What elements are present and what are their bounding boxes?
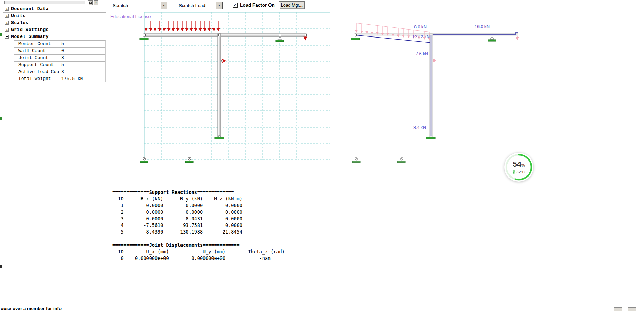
badge-temperature-value: 32°C bbox=[516, 170, 525, 174]
result-view: 8.0 kN 122.2 kN 16.0 kN 7.6 kN 8.4 kN bbox=[351, 23, 518, 163]
roller-support-result[interactable] bbox=[488, 36, 496, 41]
load-factor-label[interactable]: Load Factor On bbox=[240, 2, 275, 8]
output-panel[interactable]: =============Support Reactions==========… bbox=[106, 187, 644, 260]
expand-icon[interactable]: + bbox=[5, 7, 9, 11]
license-watermark: Educational License bbox=[110, 14, 151, 19]
summary-label: Active Load Cou bbox=[14, 69, 61, 74]
restore-icon bbox=[89, 2, 92, 4]
model-summary-table: Member Count 5 Wall Count 0 Joint Count … bbox=[14, 40, 106, 82]
summary-label: Total Weight bbox=[14, 76, 61, 81]
tree-item-label: Grid Settings bbox=[11, 27, 49, 32]
statusbar-hint: ouse over a member for info bbox=[1, 306, 62, 311]
column-member[interactable] bbox=[218, 34, 221, 137]
load-factor-checkbox[interactable]: ✓ bbox=[233, 3, 238, 8]
dock-strip bbox=[0, 0, 3, 311]
properties-panel: × + Document Data + Units + Scales + Gri… bbox=[3, 0, 106, 311]
tree-item-model-summary[interactable]: − Model Summary bbox=[3, 33, 106, 40]
distributed-load[interactable] bbox=[145, 21, 220, 31]
roller-support[interactable] bbox=[276, 37, 284, 42]
expand-icon[interactable]: + bbox=[5, 14, 9, 18]
model-view bbox=[140, 21, 307, 163]
scrollbar-button[interactable] bbox=[614, 307, 622, 311]
tree-item-grid-settings[interactable]: + Grid Settings bbox=[3, 26, 106, 33]
beam-member[interactable] bbox=[144, 34, 306, 37]
support-reaction-row: 1 0.0000 0.0000 0.0000 bbox=[112, 202, 644, 209]
force-label-8kn: 8.0 kN bbox=[414, 25, 427, 30]
summary-row-joint-count: Joint Count 8 bbox=[14, 55, 105, 62]
summary-value: 3 bbox=[61, 69, 64, 74]
support-reactions-columns: ID R_x (kN) R_y (kN) M_z (kN-m) bbox=[112, 196, 644, 202]
badge-percent-value: 54 bbox=[513, 160, 521, 169]
model-canvas[interactable]: 8.0 kN 122.2 kN 16.0 kN 7.6 kN 8.4 kN bbox=[106, 10, 644, 187]
badge-temperature: 32°C bbox=[504, 170, 533, 174]
joint-displacements-columns: ID U_x (mm) U_y (mm) Theta_z (rad) bbox=[112, 248, 644, 255]
tree-item-scales[interactable]: + Scales bbox=[3, 19, 106, 26]
tree-item-label: Scales bbox=[11, 20, 29, 25]
settings-tree: + Document Data + Units + Scales + Grid … bbox=[3, 6, 106, 40]
fixed-support-result[interactable] bbox=[426, 137, 435, 139]
force-labels: 8.0 kN 122.2 kN 16.0 kN 7.6 kN 8.4 kN bbox=[412, 24, 490, 130]
dock-marker-icon bbox=[0, 117, 2, 120]
orphan-support-result-1[interactable] bbox=[352, 157, 360, 163]
load-pattern-value: Scratch Load bbox=[177, 2, 216, 9]
summary-label: Member Count bbox=[14, 41, 61, 47]
summary-value: 5 bbox=[61, 62, 64, 67]
chevron-down-icon[interactable]: ▼ bbox=[216, 2, 222, 9]
blank-line bbox=[112, 235, 644, 242]
load-pattern-combo[interactable]: Scratch Load ▼ bbox=[177, 2, 223, 9]
summary-value: 0 bbox=[61, 48, 64, 54]
summary-row-wall-count: Wall Count 0 bbox=[14, 48, 105, 55]
expand-icon[interactable]: + bbox=[5, 28, 9, 32]
dock-marker-icon bbox=[0, 33, 2, 36]
expand-icon[interactable]: + bbox=[5, 21, 9, 25]
joint-displacement-row: 0 0.000000e+00 0.000000e+00 -nan bbox=[112, 255, 644, 260]
force-label-7-6kn: 7.6 kN bbox=[416, 51, 428, 56]
badge-percent-symbol: % bbox=[521, 163, 525, 168]
result-frame[interactable] bbox=[355, 34, 518, 137]
force-diagram bbox=[355, 32, 518, 136]
summary-row-support-count: Support Count 5 bbox=[14, 62, 105, 68]
tree-item-label: Units bbox=[11, 13, 26, 18]
load-case-combo[interactable]: Scratch ▼ bbox=[111, 2, 167, 9]
restore-panel-button[interactable] bbox=[88, 0, 93, 5]
fixed-support[interactable] bbox=[215, 137, 224, 139]
panel-scrollbar[interactable] bbox=[4, 1, 86, 4]
orphan-support-1[interactable] bbox=[140, 157, 148, 163]
orphan-support-result-2[interactable] bbox=[397, 157, 405, 163]
close-panel-button[interactable]: × bbox=[94, 0, 98, 5]
support-reactions-header: =============Support Reactions==========… bbox=[112, 189, 644, 196]
tree-item-label: Document Data bbox=[11, 6, 49, 11]
collapse-icon[interactable]: − bbox=[5, 35, 9, 39]
support-reaction-row: 5 -8.4390 130.1988 21.8454 bbox=[112, 229, 644, 235]
summary-value: 175.5 kN bbox=[61, 76, 83, 81]
load-case-value: Scratch bbox=[111, 2, 161, 9]
summary-label: Joint Count bbox=[14, 55, 61, 60]
scrollbar-button[interactable] bbox=[628, 307, 636, 311]
top-toolbar: Scratch ▼ Scratch Load ▼ ✓ Load Factor O… bbox=[106, 0, 644, 10]
chevron-down-icon[interactable]: ▼ bbox=[161, 2, 167, 9]
load-manager-button[interactable]: Load Mgr... bbox=[279, 1, 305, 9]
dock-marker-icon bbox=[0, 265, 2, 268]
summary-row-member-count: Member Count 5 bbox=[14, 41, 105, 48]
tree-item-document-data[interactable]: + Document Data bbox=[3, 6, 106, 13]
result-point-loads bbox=[433, 36, 517, 60]
force-label-16kn: 16.0 kN bbox=[475, 24, 490, 29]
force-label-8-4kn: 8.4 kN bbox=[413, 125, 426, 130]
performance-badge[interactable]: 54% 32°C bbox=[504, 153, 533, 182]
summary-row-total-weight: Total Weight 175.5 kN bbox=[14, 75, 105, 82]
summary-label: Support Count bbox=[14, 62, 61, 67]
summary-label: Wall Count bbox=[14, 48, 61, 54]
tree-item-label: Model Summary bbox=[11, 34, 49, 39]
tree-item-units[interactable]: + Units bbox=[3, 13, 106, 19]
close-icon: × bbox=[95, 1, 97, 5]
summary-value: 8 bbox=[61, 55, 64, 60]
summary-row-active-load-count: Active Load Cou 3 bbox=[14, 68, 105, 75]
joint-displacements-header: =============Joint Displacements========… bbox=[112, 242, 644, 248]
support-reaction-row: 4 -7.5610 93.7581 0.0000 bbox=[112, 222, 644, 229]
badge-percent: 54% bbox=[504, 160, 533, 169]
support-reaction-row: 2 0.0000 0.0000 0.0000 bbox=[112, 209, 644, 215]
support-reaction-row: 3 0.0000 8.0431 0.0000 bbox=[112, 215, 644, 222]
force-label-122kn: 122.2 kN bbox=[412, 34, 430, 39]
thermometer-icon bbox=[513, 170, 516, 174]
model-viewport[interactable]: 8.0 kN 122.2 kN 16.0 kN 7.6 kN 8.4 kN bbox=[106, 10, 644, 187]
